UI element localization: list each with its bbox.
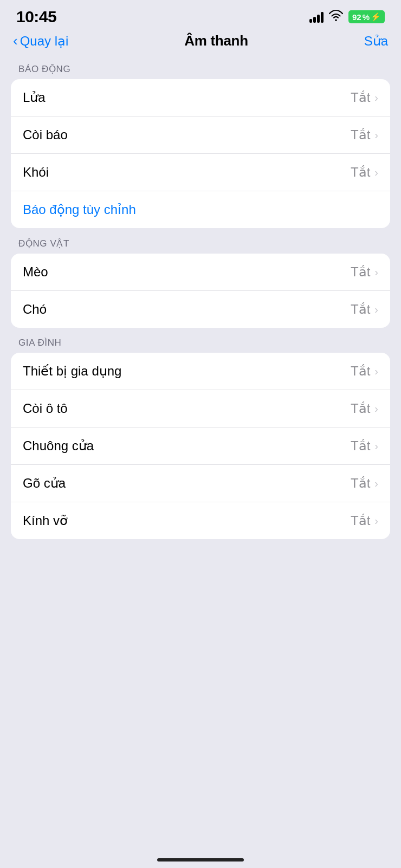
chevron-right-icon: › <box>374 477 378 490</box>
battery-indicator: 92% ⚡ <box>348 10 385 23</box>
list-item-label: Khói <box>23 165 49 180</box>
home-indicator <box>157 858 244 861</box>
list-item-label: Kính vỡ <box>23 513 68 528</box>
list-item-value: Tắt› <box>351 302 378 317</box>
wifi-icon <box>329 10 343 24</box>
section-dong-vat: ĐỘNG VẬTMèoTắt›ChóTắt› <box>0 232 401 328</box>
list-item-value: Tắt› <box>351 90 378 105</box>
list-item-value-text: Tắt <box>351 90 370 105</box>
section-bao-dong: BÁO ĐỘNGLửaTắt›Còi báoTắt›KhóiTắt›Báo độ… <box>0 58 401 228</box>
list-item-value: Tắt› <box>351 165 378 180</box>
chevron-right-icon: › <box>374 440 378 452</box>
section-header-dong-vat: ĐỘNG VẬT <box>0 232 401 254</box>
list-item-value: Tắt› <box>351 401 378 416</box>
chevron-right-icon: › <box>374 266 378 278</box>
list-item-label: Chó <box>23 302 47 317</box>
section-header-bao-dong: BÁO ĐỘNG <box>0 58 401 79</box>
chevron-right-icon: › <box>374 365 378 378</box>
chevron-right-icon: › <box>374 403 378 415</box>
list-item[interactable]: KhóiTắt› <box>11 154 390 191</box>
list-item-label: Còi báo <box>23 127 68 142</box>
list-item-label: Gõ cửa <box>23 476 66 491</box>
list-item[interactable]: ChóTắt› <box>11 291 390 328</box>
list-item-value-text: Tắt <box>351 127 370 142</box>
edit-button[interactable]: Sửa <box>364 34 388 49</box>
chevron-right-icon: › <box>374 166 378 179</box>
back-chevron-icon: ‹ <box>13 34 18 48</box>
status-bar: 10:45 92% ⚡ <box>0 0 401 30</box>
list-item-value-text: Tắt <box>351 513 370 528</box>
list-item[interactable]: Báo động tùy chỉnh <box>11 191 390 228</box>
page-title: Âm thanh <box>184 33 248 49</box>
list-item-label: Thiết bị gia dụng <box>23 364 121 379</box>
chevron-right-icon: › <box>374 303 378 316</box>
list-item-label: Còi ô tô <box>23 401 68 416</box>
list-item-value: Tắt› <box>351 438 378 454</box>
list-item-value: Tắt› <box>351 364 378 379</box>
back-label: Quay lại <box>20 34 69 49</box>
list-item[interactable]: Chuông cửaTắt› <box>11 427 390 465</box>
list-item-label: Lửa <box>23 90 46 105</box>
list-item-value: Tắt› <box>351 513 378 528</box>
list-item-value: Tắt› <box>351 476 378 491</box>
signal-icon <box>309 11 324 23</box>
list-item-value-text: Tắt <box>351 302 370 317</box>
back-button[interactable]: ‹ Quay lại <box>13 34 68 49</box>
list-item-label: Mèo <box>23 264 48 280</box>
list-item-value-text: Tắt <box>351 401 370 416</box>
list-item-value-text: Tắt <box>351 438 370 454</box>
list-item[interactable]: Còi báoTắt› <box>11 116 390 154</box>
section-header-gia-dinh: GIA ĐÌNH <box>0 332 401 353</box>
section-card-bao-dong: LửaTắt›Còi báoTắt›KhóiTắt›Báo động tùy c… <box>11 79 390 228</box>
section-card-gia-dinh: Thiết bị gia dụngTắt›Còi ô tôTắt›Chuông … <box>11 353 390 539</box>
list-item-value-text: Tắt <box>351 264 370 280</box>
list-item[interactable]: Còi ô tôTắt› <box>11 390 390 427</box>
list-item[interactable]: Kính vỡTắt› <box>11 502 390 539</box>
chevron-right-icon: › <box>374 129 378 141</box>
list-item-label: Chuông cửa <box>23 438 94 454</box>
list-item[interactable]: MèoTắt› <box>11 254 390 291</box>
list-item[interactable]: Gõ cửaTắt› <box>11 465 390 502</box>
list-item-value-text: Tắt <box>351 476 370 491</box>
status-time: 10:45 <box>16 8 56 26</box>
list-item-value: Tắt› <box>351 127 378 142</box>
list-item-value-text: Tắt <box>351 165 370 180</box>
chevron-right-icon: › <box>374 515 378 527</box>
list-item-label: Báo động tùy chỉnh <box>23 202 136 217</box>
list-item[interactable]: Thiết bị gia dụngTắt› <box>11 353 390 390</box>
list-item-value-text: Tắt <box>351 364 370 379</box>
section-card-dong-vat: MèoTắt›ChóTắt› <box>11 254 390 328</box>
settings-sections: BÁO ĐỘNGLửaTắt›Còi báoTắt›KhóiTắt›Báo độ… <box>0 58 401 539</box>
section-gia-dinh: GIA ĐÌNHThiết bị gia dụngTắt›Còi ô tôTắt… <box>0 332 401 539</box>
status-icons: 92% ⚡ <box>309 10 385 24</box>
chevron-right-icon: › <box>374 92 378 104</box>
navigation-bar: ‹ Quay lại Âm thanh Sửa <box>0 30 401 58</box>
list-item-value: Tắt› <box>351 264 378 280</box>
list-item[interactable]: LửaTắt› <box>11 79 390 116</box>
